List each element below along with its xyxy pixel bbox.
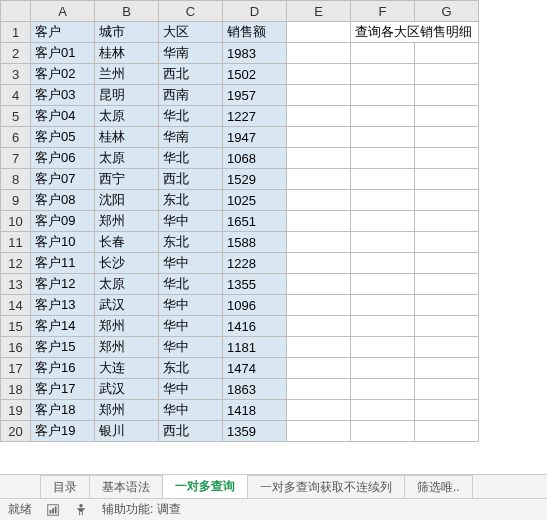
cell[interactable]: 东北 — [159, 358, 223, 379]
spreadsheet-grid[interactable]: A B C D E F G 1客户城市大区销售额查询各大区销售明细2客户01桂林… — [0, 0, 479, 442]
row-header[interactable]: 16 — [1, 337, 31, 358]
cell[interactable] — [287, 358, 351, 379]
cell[interactable] — [415, 400, 479, 421]
cell[interactable]: 客户13 — [31, 295, 95, 316]
cell[interactable]: 1068 — [223, 148, 287, 169]
cell[interactable] — [351, 337, 415, 358]
cell[interactable]: 客户07 — [31, 169, 95, 190]
cell[interactable]: 客户14 — [31, 316, 95, 337]
cell[interactable] — [351, 169, 415, 190]
cell[interactable]: 客户08 — [31, 190, 95, 211]
cell[interactable] — [415, 85, 479, 106]
cell[interactable]: 客户01 — [31, 43, 95, 64]
cell[interactable] — [351, 106, 415, 127]
cell[interactable]: 太原 — [95, 148, 159, 169]
cell[interactable]: 客户17 — [31, 379, 95, 400]
cell[interactable]: 长春 — [95, 232, 159, 253]
cell[interactable] — [415, 106, 479, 127]
row-header[interactable]: 19 — [1, 400, 31, 421]
cell[interactable]: 郑州 — [95, 337, 159, 358]
cell[interactable] — [415, 169, 479, 190]
cell[interactable] — [287, 64, 351, 85]
cell[interactable] — [287, 379, 351, 400]
cell[interactable] — [287, 148, 351, 169]
cell[interactable] — [415, 127, 479, 148]
row-header[interactable]: 7 — [1, 148, 31, 169]
cell[interactable] — [351, 421, 415, 442]
cell[interactable]: 华中 — [159, 253, 223, 274]
cell[interactable]: 客户16 — [31, 358, 95, 379]
cell[interactable]: 西北 — [159, 421, 223, 442]
cell[interactable]: 华中 — [159, 400, 223, 421]
cell[interactable]: 客户12 — [31, 274, 95, 295]
cell[interactable]: 1474 — [223, 358, 287, 379]
cell[interactable]: 华南 — [159, 43, 223, 64]
cell[interactable]: 1863 — [223, 379, 287, 400]
row-header[interactable]: 20 — [1, 421, 31, 442]
cell[interactable]: 华中 — [159, 316, 223, 337]
sheet-tab[interactable]: 一对多查询获取不连续列 — [247, 475, 405, 499]
cell[interactable] — [287, 421, 351, 442]
cell[interactable]: 东北 — [159, 232, 223, 253]
sheet-tab[interactable]: 目录 — [40, 475, 90, 499]
cell[interactable]: 武汉 — [95, 295, 159, 316]
cell[interactable]: 1529 — [223, 169, 287, 190]
cell[interactable]: 华中 — [159, 211, 223, 232]
cell[interactable]: 客户03 — [31, 85, 95, 106]
cell[interactable]: 1096 — [223, 295, 287, 316]
cell[interactable] — [287, 43, 351, 64]
row-header[interactable]: 13 — [1, 274, 31, 295]
cell[interactable] — [287, 295, 351, 316]
row-header[interactable]: 9 — [1, 190, 31, 211]
cell[interactable]: 1227 — [223, 106, 287, 127]
cell[interactable]: 客户 — [31, 22, 95, 43]
cell[interactable]: 客户06 — [31, 148, 95, 169]
cell[interactable]: 华中 — [159, 337, 223, 358]
cell[interactable]: 客户15 — [31, 337, 95, 358]
row-header[interactable]: 3 — [1, 64, 31, 85]
col-header-g[interactable]: G — [415, 1, 479, 22]
cell[interactable]: 1502 — [223, 64, 287, 85]
cell[interactable]: 西北 — [159, 64, 223, 85]
cell[interactable] — [415, 64, 479, 85]
cell[interactable] — [287, 253, 351, 274]
cell[interactable]: 1228 — [223, 253, 287, 274]
cell[interactable]: 1418 — [223, 400, 287, 421]
row-header[interactable]: 4 — [1, 85, 31, 106]
cell[interactable] — [351, 148, 415, 169]
row-header[interactable]: 17 — [1, 358, 31, 379]
cell[interactable] — [415, 337, 479, 358]
cell[interactable]: 客户09 — [31, 211, 95, 232]
cell[interactable]: 客户04 — [31, 106, 95, 127]
cell[interactable] — [415, 274, 479, 295]
cell[interactable]: 1588 — [223, 232, 287, 253]
cell[interactable]: 桂林 — [95, 127, 159, 148]
cell[interactable] — [415, 148, 479, 169]
cell[interactable]: 1355 — [223, 274, 287, 295]
cell[interactable] — [351, 211, 415, 232]
cell[interactable]: 1416 — [223, 316, 287, 337]
select-all-corner[interactable] — [1, 1, 31, 22]
cell[interactable] — [287, 274, 351, 295]
col-header-d[interactable]: D — [223, 1, 287, 22]
cell[interactable] — [415, 253, 479, 274]
cell[interactable]: 销售额 — [223, 22, 287, 43]
cell[interactable] — [415, 232, 479, 253]
cell[interactable]: 华中 — [159, 295, 223, 316]
cell[interactable]: 1947 — [223, 127, 287, 148]
row-header[interactable]: 8 — [1, 169, 31, 190]
cell[interactable] — [351, 43, 415, 64]
cell[interactable]: 1359 — [223, 421, 287, 442]
cell[interactable]: 沈阳 — [95, 190, 159, 211]
cell[interactable] — [287, 316, 351, 337]
col-header-f[interactable]: F — [351, 1, 415, 22]
row-header[interactable]: 12 — [1, 253, 31, 274]
cell[interactable] — [351, 127, 415, 148]
row-header[interactable]: 11 — [1, 232, 31, 253]
cell[interactable] — [287, 85, 351, 106]
row-header[interactable]: 10 — [1, 211, 31, 232]
cell[interactable] — [415, 295, 479, 316]
cell[interactable]: 西南 — [159, 85, 223, 106]
cell[interactable]: 城市 — [95, 22, 159, 43]
cell[interactable] — [287, 22, 351, 43]
